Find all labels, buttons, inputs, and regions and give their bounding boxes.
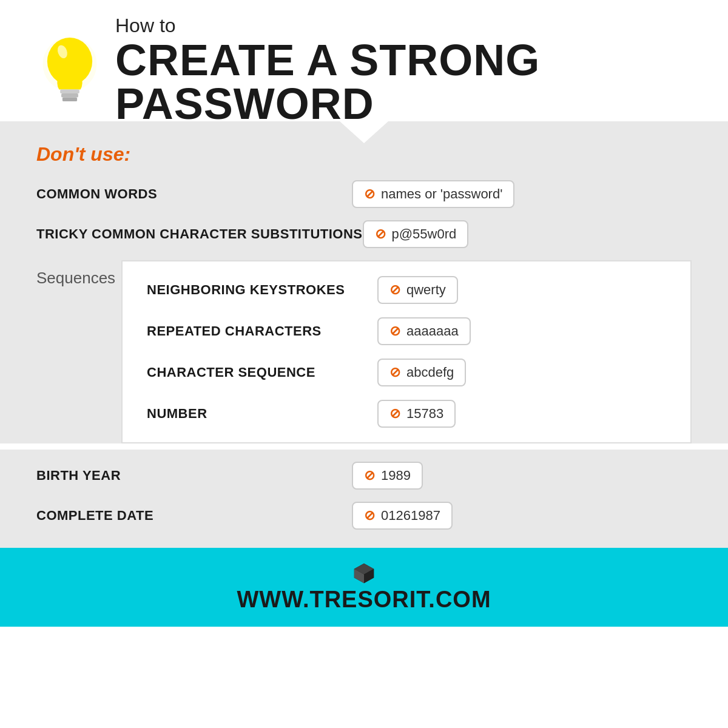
no-icon-neighboring: ⊘ <box>389 282 400 298</box>
common-words-label: COMMON WORDS <box>36 186 352 202</box>
common-words-row: COMMON WORDS ⊘ names or 'password' <box>36 180 692 208</box>
birth-year-badge: ⊘ 1989 <box>352 462 423 490</box>
repeated-label: REPEATED CHARACTERS <box>147 323 377 339</box>
character-sequence-example: abcdefg <box>406 365 454 380</box>
character-sequence-label: CHARACTER SEQUENCE <box>147 365 377 380</box>
svg-rect-4 <box>62 98 77 102</box>
header-text: How to CREATE A STRONG PASSWORD <box>115 15 692 126</box>
lower-section: BIRTH YEAR ⊘ 1989 COMPLETE DATE ⊘ 012619… <box>0 450 728 548</box>
neighboring-badge: ⊘ qwerty <box>377 276 458 304</box>
dont-use-label: Don't use: <box>36 143 692 166</box>
svg-rect-2 <box>60 90 79 94</box>
tricky-badge: ⊘ p@55w0rd <box>363 220 469 248</box>
lightbulb-icon <box>36 30 103 109</box>
common-words-example: names or 'password' <box>381 186 502 202</box>
number-row: NUMBER ⊘ 15783 <box>147 400 666 428</box>
no-icon-common-words: ⊘ <box>364 186 375 202</box>
no-icon-char-seq: ⊘ <box>389 365 400 380</box>
birth-year-label: BIRTH YEAR <box>36 468 352 484</box>
character-sequence-badge: ⊘ abcdefg <box>377 359 466 386</box>
tresorit-logo-icon <box>353 562 375 584</box>
complete-date-row: COMPLETE DATE ⊘ 01261987 <box>36 502 692 530</box>
neighboring-label: NEIGHBORING KEYSTROKES <box>147 282 377 298</box>
number-example: 15783 <box>406 406 443 422</box>
common-words-badge: ⊘ names or 'password' <box>352 180 514 208</box>
header-section: How to CREATE A STRONG PASSWORD <box>0 0 728 121</box>
tricky-example: p@55w0rd <box>392 226 457 242</box>
number-badge: ⊘ 15783 <box>377 400 456 428</box>
sequences-section: Sequences NEIGHBORING KEYSTROKES ⊘ qwert… <box>36 260 692 443</box>
repeated-badge: ⊘ aaaaaaa <box>377 317 471 345</box>
footer-url: WWW.TRESORIT.COM <box>237 587 491 613</box>
no-icon-complete-date: ⊘ <box>364 508 375 524</box>
no-icon-tricky: ⊘ <box>375 226 386 242</box>
complete-date-label: COMPLETE DATE <box>36 508 352 524</box>
how-to-label: How to <box>115 15 692 37</box>
footer: WWW.TRESORIT.COM <box>0 548 728 627</box>
sequences-box: NEIGHBORING KEYSTROKES ⊘ qwerty REPEATED… <box>121 260 692 443</box>
neighboring-row: NEIGHBORING KEYSTROKES ⊘ qwerty <box>147 276 666 304</box>
complete-date-badge: ⊘ 01261987 <box>352 502 453 530</box>
sequences-label: Sequences <box>36 260 121 288</box>
character-sequence-row: CHARACTER SEQUENCE ⊘ abcdefg <box>147 359 666 386</box>
birth-year-row: BIRTH YEAR ⊘ 1989 <box>36 462 692 490</box>
no-icon-birth-year: ⊘ <box>364 468 375 484</box>
complete-date-example: 01261987 <box>381 508 440 524</box>
repeated-row: REPEATED CHARACTERS ⊘ aaaaaaa <box>147 317 666 345</box>
no-icon-repeated: ⊘ <box>389 323 400 339</box>
number-label: NUMBER <box>147 406 377 422</box>
no-icon-number: ⊘ <box>389 406 400 422</box>
tricky-label: TRICKY COMMON CHARACTER SUBSTITUTIONS <box>36 226 363 242</box>
birth-year-example: 1989 <box>381 468 411 484</box>
svg-rect-3 <box>61 93 78 98</box>
main-title: CREATE A STRONG PASSWORD <box>115 38 692 126</box>
neighboring-example: qwerty <box>406 282 446 298</box>
main-content: Don't use: COMMON WORDS ⊘ names or 'pass… <box>0 121 728 443</box>
repeated-example: aaaaaaa <box>406 323 459 339</box>
tricky-row: TRICKY COMMON CHARACTER SUBSTITUTIONS ⊘ … <box>36 220 692 248</box>
